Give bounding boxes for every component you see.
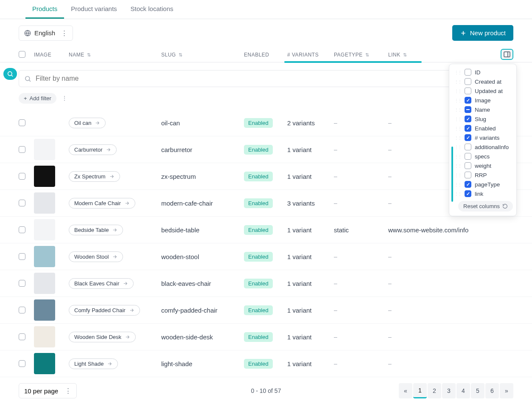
- filter-by-name-input[interactable]: [36, 75, 508, 82]
- drag-handle-icon[interactable]: ⋮⋮: [454, 192, 461, 196]
- row-checkbox[interactable]: [19, 173, 25, 180]
- column-option-enabled[interactable]: ⋮⋮ Enabled: [453, 124, 513, 133]
- tab-product-variants[interactable]: Product variants: [64, 0, 123, 19]
- column-checkbox[interactable]: [465, 106, 471, 113]
- select-all-checkbox[interactable]: [19, 51, 25, 58]
- add-filter-button[interactable]: + Add filter: [19, 93, 56, 104]
- row-checkbox[interactable]: [19, 226, 25, 233]
- product-name-chip[interactable]: Wooden Stool: [69, 251, 123, 262]
- column-checkbox[interactable]: [465, 134, 471, 141]
- product-thumbnail[interactable]: [34, 246, 55, 267]
- row-checkbox[interactable]: [19, 146, 25, 153]
- column-option-updated-at[interactable]: ⋮⋮ Updated at: [453, 86, 513, 96]
- drag-handle-icon[interactable]: ⋮⋮: [454, 89, 461, 93]
- column-checkbox[interactable]: [465, 162, 471, 169]
- column-option-slug[interactable]: ⋮⋮ Slug: [453, 114, 513, 124]
- column-checkbox[interactable]: [465, 153, 471, 160]
- table-row[interactable]: Comfy Padded Chair comfy-padded-chair En…: [0, 297, 532, 324]
- product-name-chip[interactable]: Zx Spectrum: [69, 171, 120, 182]
- page-button-6[interactable]: 6: [485, 383, 499, 398]
- column-option-pagetype[interactable]: ⋮⋮ pageType: [453, 180, 513, 189]
- product-name-chip[interactable]: Bedside Table: [69, 225, 123, 235]
- column-checkbox[interactable]: [465, 144, 471, 150]
- th-slug[interactable]: SLUG⇅: [161, 52, 182, 58]
- page-next-button[interactable]: »: [500, 383, 513, 398]
- column-option-weight[interactable]: ⋮⋮ weight: [453, 161, 513, 170]
- page-prev-button[interactable]: «: [399, 383, 412, 398]
- page-button-3[interactable]: 3: [442, 383, 456, 398]
- product-thumbnail[interactable]: [34, 353, 55, 374]
- table-row[interactable]: Wooden Stool wooden-stool Enabled 1 vari…: [0, 243, 532, 270]
- column-option-link[interactable]: ⋮⋮ link: [453, 189, 513, 198]
- drag-handle-icon[interactable]: ⋮⋮: [454, 117, 461, 121]
- row-checkbox[interactable]: [19, 119, 25, 126]
- product-thumbnail[interactable]: [34, 273, 55, 294]
- product-name-chip[interactable]: Carburretor: [69, 144, 117, 155]
- column-settings-button[interactable]: [501, 49, 513, 60]
- column-option--variants[interactable]: ⋮⋮ # variants: [453, 133, 513, 142]
- column-option-id[interactable]: ⋮⋮ ID: [453, 68, 513, 77]
- reset-columns-button[interactable]: Reset columns: [458, 201, 513, 212]
- column-checkbox[interactable]: [465, 190, 471, 197]
- column-option-rrp[interactable]: ⋮⋮ RRP: [453, 170, 513, 180]
- column-checkbox[interactable]: [465, 69, 471, 76]
- column-option-additionalinfo[interactable]: ⋮⋮ additionalInfo: [453, 142, 513, 152]
- th-link[interactable]: LINK⇅: [388, 52, 407, 58]
- row-checkbox[interactable]: [19, 360, 25, 367]
- filter-more-icon[interactable]: ⋮: [62, 95, 67, 102]
- tab-products[interactable]: Products: [25, 0, 64, 19]
- page-button-1[interactable]: 1: [413, 383, 427, 398]
- th-name[interactable]: NAME⇅: [69, 52, 91, 58]
- new-product-button[interactable]: New product: [452, 25, 513, 41]
- product-name-chip[interactable]: Wooden Side Desk: [69, 332, 136, 342]
- product-name-chip[interactable]: Comfy Padded Chair: [69, 305, 140, 316]
- product-name-chip[interactable]: Light Shade: [69, 358, 118, 369]
- drag-handle-icon[interactable]: ⋮⋮: [454, 135, 461, 140]
- row-checkbox[interactable]: [19, 253, 25, 260]
- table-row[interactable]: Wooden Side Desk wooden-side-desk Enable…: [0, 324, 532, 350]
- th-enabled[interactable]: ENABLED: [244, 52, 269, 58]
- drag-handle-icon[interactable]: ⋮⋮: [454, 182, 461, 187]
- drag-handle-icon[interactable]: ⋮⋮: [454, 173, 461, 178]
- product-thumbnail[interactable]: [34, 326, 55, 347]
- column-option-name[interactable]: ⋮⋮ Name: [453, 105, 513, 114]
- product-thumbnail[interactable]: [34, 139, 55, 160]
- th-variants[interactable]: # VARIANTS: [287, 52, 319, 58]
- product-name-chip[interactable]: Black Eaves Chair: [69, 278, 134, 289]
- drag-handle-icon[interactable]: ⋮⋮: [454, 126, 461, 131]
- drag-handle-icon[interactable]: ⋮⋮: [454, 98, 461, 103]
- column-checkbox[interactable]: [465, 172, 471, 178]
- product-thumbnail[interactable]: [34, 299, 55, 321]
- table-row[interactable]: Light Shade light-shade Enabled 1 varian…: [0, 350, 532, 377]
- tab-stock-locations[interactable]: Stock locations: [124, 0, 180, 19]
- product-thumbnail[interactable]: [34, 219, 55, 240]
- drag-handle-icon[interactable]: ⋮⋮: [454, 164, 461, 168]
- page-button-5[interactable]: 5: [471, 383, 484, 398]
- row-checkbox[interactable]: [19, 333, 25, 340]
- column-option-specs[interactable]: ⋮⋮ specs: [453, 152, 513, 161]
- drag-handle-icon[interactable]: ⋮⋮: [454, 107, 461, 112]
- drag-handle-icon[interactable]: ⋮⋮: [454, 79, 461, 84]
- language-selector[interactable]: English ⋮: [19, 25, 73, 41]
- search-fab[interactable]: [3, 68, 17, 80]
- per-page-selector[interactable]: 10 per page ⋮: [19, 383, 77, 398]
- product-thumbnail[interactable]: [34, 166, 55, 187]
- column-checkbox[interactable]: [465, 181, 471, 188]
- drag-handle-icon[interactable]: ⋮⋮: [454, 145, 461, 150]
- product-thumbnail[interactable]: [34, 112, 55, 133]
- th-pagetype[interactable]: PAGETYPE⇅: [334, 52, 369, 58]
- row-checkbox[interactable]: [19, 307, 25, 313]
- page-button-2[interactable]: 2: [428, 383, 441, 398]
- th-image[interactable]: IMAGE: [34, 52, 51, 58]
- product-thumbnail[interactable]: [34, 192, 55, 214]
- column-checkbox[interactable]: [465, 87, 471, 94]
- product-name-chip[interactable]: Oil can: [69, 118, 106, 128]
- column-checkbox[interactable]: [465, 97, 471, 104]
- page-button-4[interactable]: 4: [456, 383, 470, 398]
- row-checkbox[interactable]: [19, 280, 25, 287]
- column-checkbox[interactable]: [465, 116, 471, 122]
- row-checkbox[interactable]: [19, 200, 25, 206]
- drag-handle-icon[interactable]: ⋮⋮: [454, 154, 461, 159]
- drag-handle-icon[interactable]: ⋮⋮: [454, 70, 461, 75]
- column-option-image[interactable]: ⋮⋮ Image: [453, 96, 513, 105]
